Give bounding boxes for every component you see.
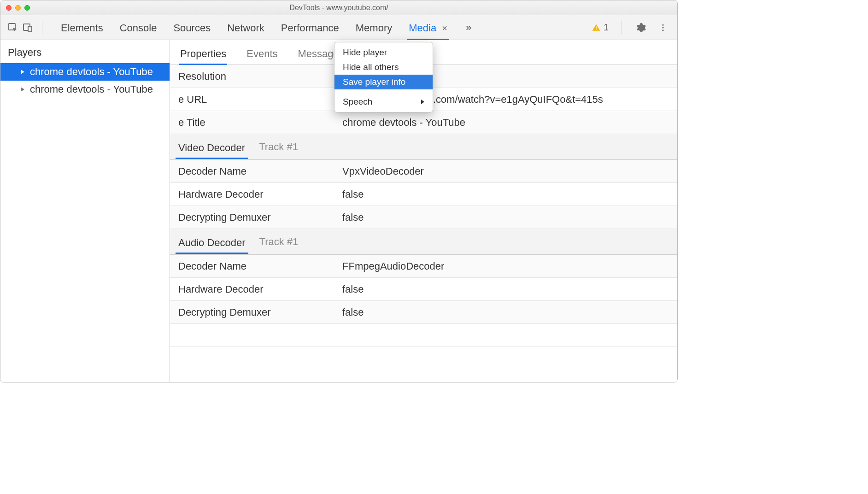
property-key: e Title xyxy=(170,112,339,133)
devtools-window: DevTools - www.youtube.com/ Elements Con… xyxy=(0,0,678,382)
device-toolbar-icon[interactable] xyxy=(22,22,34,34)
property-row-empty xyxy=(170,324,677,347)
tab-sources[interactable]: Sources xyxy=(171,17,212,39)
property-value: false xyxy=(339,184,677,205)
ctx-save-player-info[interactable]: Save player info xyxy=(334,75,433,89)
minimize-window-button[interactable] xyxy=(15,5,21,11)
property-key: Hardware Decoder xyxy=(170,279,339,300)
tab-performance[interactable]: Performance xyxy=(279,17,341,39)
ctx-speech-label: Speech xyxy=(343,97,372,107)
settings-icon[interactable] xyxy=(635,22,647,34)
property-row: Decrypting Demuxer false xyxy=(170,206,677,229)
ctx-hide-player[interactable]: Hide player xyxy=(334,45,433,60)
warning-count: 1 xyxy=(604,22,609,33)
devtools-tabbar: Elements Console Sources Network Perform… xyxy=(0,15,677,40)
tab-elements[interactable]: Elements xyxy=(59,17,105,39)
video-decoder-section: Video Decoder Track #1 xyxy=(170,134,677,160)
close-window-button[interactable] xyxy=(6,5,12,11)
ctx-speech[interactable]: Speech xyxy=(334,94,433,109)
audio-decoder-section: Audio Decoder Track #1 xyxy=(170,229,677,255)
more-tabs-icon[interactable]: » xyxy=(466,22,471,34)
property-row: Decoder Name FFmpegAudioDecoder xyxy=(170,255,677,278)
panel-tabs: Elements Console Sources Network Perform… xyxy=(59,17,471,39)
inspect-icon[interactable] xyxy=(7,22,19,34)
window-title: DevTools - www.youtube.com/ xyxy=(0,4,677,12)
svg-rect-4 xyxy=(596,29,597,30)
tab-media-label: Media xyxy=(409,22,436,34)
disclosure-triangle-icon xyxy=(21,70,24,74)
subtab-properties[interactable]: Properties xyxy=(179,42,227,65)
video-track-label: Track #1 xyxy=(253,141,304,153)
player-label: chrome devtools - YouTube xyxy=(30,83,153,95)
player-item[interactable]: chrome devtools - YouTube xyxy=(0,63,170,81)
warnings-indicator[interactable]: 1 xyxy=(592,22,609,33)
property-key: Decoder Name xyxy=(170,256,339,277)
audio-track-label: Track #1 xyxy=(254,236,304,248)
warning-icon xyxy=(592,23,601,32)
subtab-events[interactable]: Events xyxy=(246,42,278,65)
property-value xyxy=(339,331,677,340)
close-icon[interactable]: × xyxy=(442,23,447,33)
property-row: Decrypting Demuxer false xyxy=(170,301,677,324)
property-value: FFmpegAudioDecoder xyxy=(339,256,677,277)
player-item[interactable]: chrome devtools - YouTube xyxy=(0,81,170,98)
property-value: chrome devtools - YouTube xyxy=(339,112,677,133)
svg-rect-3 xyxy=(596,26,597,28)
window-controls xyxy=(6,5,30,11)
property-row: Hardware Decoder false xyxy=(170,183,677,206)
property-key: Hardware Decoder xyxy=(170,184,339,205)
svg-point-5 xyxy=(662,24,663,25)
titlebar: DevTools - www.youtube.com/ xyxy=(0,0,677,15)
tab-network[interactable]: Network xyxy=(225,17,266,39)
property-key: Resolution xyxy=(170,66,339,87)
property-key: e URL xyxy=(170,89,339,110)
divider xyxy=(42,21,42,35)
property-key: Decrypting Demuxer xyxy=(170,207,339,228)
svg-point-7 xyxy=(662,29,663,31)
panel-body: Players chrome devtools - YouTube chrome… xyxy=(0,40,677,382)
property-key: Decrypting Demuxer xyxy=(170,302,339,323)
submenu-arrow-icon xyxy=(421,100,424,104)
context-menu: Hide player Hide all others Save player … xyxy=(334,42,433,112)
property-value: VpxVideoDecoder xyxy=(339,161,677,182)
property-value: false xyxy=(339,302,677,323)
tab-memory[interactable]: Memory xyxy=(354,17,394,39)
properties-rows: Resolution 1280x720 e URL https://www.yo… xyxy=(170,65,677,382)
property-row: e Title chrome devtools - YouTube xyxy=(170,111,677,134)
property-row: Decoder Name VpxVideoDecoder xyxy=(170,160,677,183)
properties-panel: Properties Events Messages Timeline Hide… xyxy=(170,40,677,382)
zoom-window-button[interactable] xyxy=(24,5,30,11)
property-row: Hardware Decoder false xyxy=(170,278,677,301)
disclosure-triangle-icon xyxy=(21,87,24,92)
svg-rect-2 xyxy=(28,26,32,32)
ctx-hide-all-others[interactable]: Hide all others xyxy=(334,60,433,75)
more-options-icon[interactable] xyxy=(657,22,669,34)
audio-decoder-tab[interactable]: Audio Decoder xyxy=(170,230,254,253)
player-label: chrome devtools - YouTube xyxy=(30,66,153,78)
property-key xyxy=(170,331,339,340)
svg-point-6 xyxy=(662,27,663,28)
property-value: false xyxy=(339,207,677,228)
tab-console[interactable]: Console xyxy=(118,17,159,39)
players-sidebar: Players chrome devtools - YouTube chrome… xyxy=(0,40,170,382)
divider xyxy=(622,21,622,35)
players-heading: Players xyxy=(0,40,170,63)
video-decoder-tab[interactable]: Video Decoder xyxy=(170,135,253,159)
menu-separator xyxy=(334,92,433,92)
tab-media[interactable]: Media × xyxy=(407,17,449,39)
property-key: Decoder Name xyxy=(170,161,339,182)
property-value: false xyxy=(339,279,677,300)
